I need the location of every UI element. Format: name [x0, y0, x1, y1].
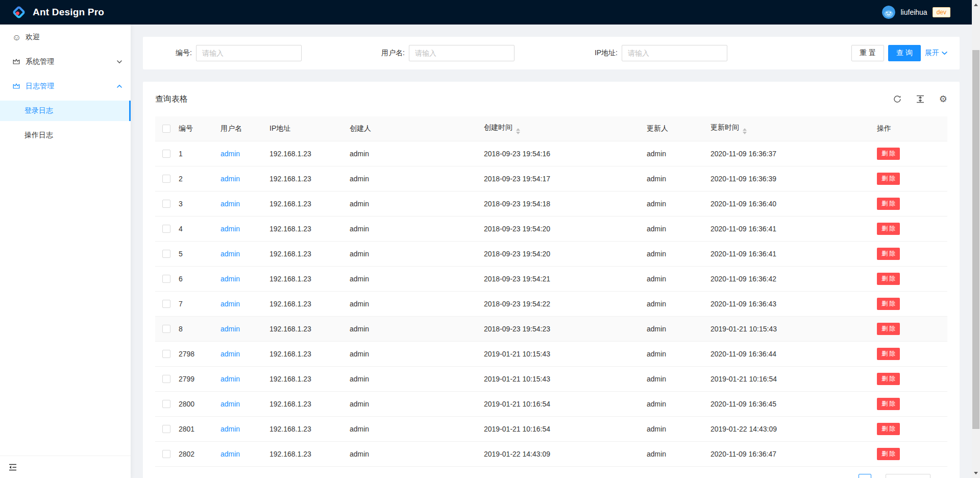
density-icon[interactable]: [916, 95, 924, 103]
row-checkbox[interactable]: [162, 175, 170, 183]
avatar[interactable]: [882, 6, 895, 19]
delete-button[interactable]: 删 除: [877, 173, 900, 185]
sidebar-item-login-log[interactable]: 登录日志: [0, 101, 131, 121]
field-ip-label: IP地址:: [581, 49, 618, 58]
row-checkbox[interactable]: [162, 200, 170, 208]
cell-ip: 192.168.1.23: [270, 441, 350, 466]
id-input[interactable]: [196, 45, 302, 61]
sidebar-item-welcome[interactable]: ☺ 欢迎: [0, 27, 131, 47]
sorter-icon[interactable]: [743, 128, 747, 134]
cell-creator: admin: [350, 266, 484, 291]
cell-id: 4: [179, 216, 220, 241]
row-checkbox[interactable]: [162, 375, 170, 383]
column-header-username: 用户名: [220, 116, 270, 141]
username-link[interactable]: admin: [220, 400, 240, 408]
column-header-label: 更新时间: [710, 123, 739, 131]
sidebar-item-log-management[interactable]: 日志管理: [0, 76, 131, 97]
delete-button[interactable]: 删 除: [877, 273, 900, 285]
logo[interactable]: Ant Design Pro: [11, 5, 104, 20]
column-header-update-time[interactable]: 更新时间: [710, 116, 877, 141]
cell-id: 6: [179, 266, 220, 291]
menu-fold-icon[interactable]: [8, 463, 17, 472]
username-link[interactable]: admin: [220, 200, 240, 208]
sorter-icon[interactable]: [516, 128, 520, 134]
select-all-checkbox[interactable]: [162, 125, 170, 133]
delete-button[interactable]: 删 除: [877, 148, 900, 160]
delete-button[interactable]: 删 除: [877, 373, 900, 385]
username-link[interactable]: admin: [220, 450, 240, 458]
row-checkbox[interactable]: [162, 250, 170, 258]
delete-button[interactable]: 删 除: [877, 398, 900, 410]
username-link[interactable]: admin: [220, 425, 240, 433]
cell-updater: admin: [647, 216, 710, 241]
cell-ip: 192.168.1.23: [270, 366, 350, 391]
username-input[interactable]: [409, 45, 514, 61]
reset-button[interactable]: 重 置: [851, 45, 884, 61]
pagination-page-size-select[interactable]: [886, 474, 930, 478]
username-link[interactable]: admin: [220, 250, 240, 258]
cell-update-time: 2020-11-09 16:36:45: [710, 391, 877, 416]
cell-update-time: 2020-11-09 16:36:41: [710, 241, 877, 266]
delete-button[interactable]: 删 除: [877, 198, 900, 210]
scrollbar-down-arrow[interactable]: [974, 472, 978, 474]
field-username-label: 用户名:: [368, 49, 405, 58]
username-link[interactable]: admin: [220, 175, 240, 183]
cell-update-time: 2020-11-09 16:36:42: [710, 266, 877, 291]
scrollbar-thumb[interactable]: [972, 50, 979, 429]
table-row: 1 admin 192.168.1.23 admin 2018-09-23 19…: [155, 141, 947, 166]
expand-link[interactable]: 展开: [925, 49, 947, 58]
reload-icon[interactable]: [893, 95, 901, 103]
cell-ip: 192.168.1.23: [270, 166, 350, 191]
sidebar-item-operation-log[interactable]: 操作日志: [0, 125, 131, 146]
row-checkbox[interactable]: [162, 275, 170, 283]
cell-ip: 192.168.1.23: [270, 241, 350, 266]
expand-label: 展开: [925, 49, 939, 58]
username-link[interactable]: admin: [220, 350, 240, 358]
row-checkbox[interactable]: [162, 150, 170, 158]
delete-button[interactable]: 删 除: [877, 298, 900, 310]
cell-id: 2799: [179, 366, 220, 391]
column-header-create-time[interactable]: 创建时间: [484, 116, 647, 141]
delete-button[interactable]: 删 除: [877, 448, 900, 460]
username-link[interactable]: admin: [220, 375, 240, 383]
delete-button[interactable]: 删 除: [877, 248, 900, 260]
delete-button[interactable]: 删 除: [877, 223, 900, 235]
env-badge: dev: [933, 7, 950, 17]
vertical-scrollbar[interactable]: [972, 0, 980, 478]
sidebar-menu: ☺ 欢迎 系统管理 日志管理 登录日志 操作日志: [0, 25, 131, 456]
cell-update-time: 2020-11-09 16:36:44: [710, 341, 877, 366]
query-button[interactable]: 查 询: [888, 45, 921, 61]
username-link[interactable]: admin: [220, 300, 240, 308]
column-header-action: 操作: [877, 116, 947, 141]
row-checkbox[interactable]: [162, 225, 170, 233]
cell-update-time: 2020-11-09 16:36:43: [710, 291, 877, 316]
ip-input[interactable]: [622, 45, 727, 61]
cell-ip: 192.168.1.23: [270, 266, 350, 291]
username-link[interactable]: admin: [220, 150, 240, 158]
username-link[interactable]: admin: [220, 225, 240, 233]
row-checkbox[interactable]: [162, 325, 170, 333]
row-checkbox[interactable]: [162, 450, 170, 458]
row-checkbox[interactable]: [162, 350, 170, 358]
cell-updater: admin: [647, 191, 710, 216]
cell-creator: admin: [350, 341, 484, 366]
cell-updater: admin: [647, 416, 710, 441]
cell-updater: admin: [647, 366, 710, 391]
chevron-down-icon: [117, 60, 122, 64]
settings-gear-icon[interactable]: ⚙: [939, 94, 947, 104]
username-link[interactable]: admin: [220, 275, 240, 283]
delete-button[interactable]: 删 除: [877, 423, 900, 435]
pagination-active-page[interactable]: [859, 474, 871, 478]
user-name[interactable]: liufeihua: [900, 8, 927, 16]
scrollbar-up-arrow[interactable]: [974, 4, 978, 6]
column-header-id: 编号: [179, 116, 220, 141]
row-checkbox[interactable]: [162, 300, 170, 308]
delete-button[interactable]: 删 除: [877, 348, 900, 360]
delete-button[interactable]: 删 除: [877, 323, 900, 335]
sidebar-item-system-management[interactable]: 系统管理: [0, 52, 131, 72]
cell-create-time: 2018-09-23 19:54:18: [484, 191, 647, 216]
row-checkbox[interactable]: [162, 400, 170, 408]
cell-create-time: 2018-09-23 19:54:21: [484, 266, 647, 291]
username-link[interactable]: admin: [220, 325, 240, 333]
row-checkbox[interactable]: [162, 425, 170, 433]
